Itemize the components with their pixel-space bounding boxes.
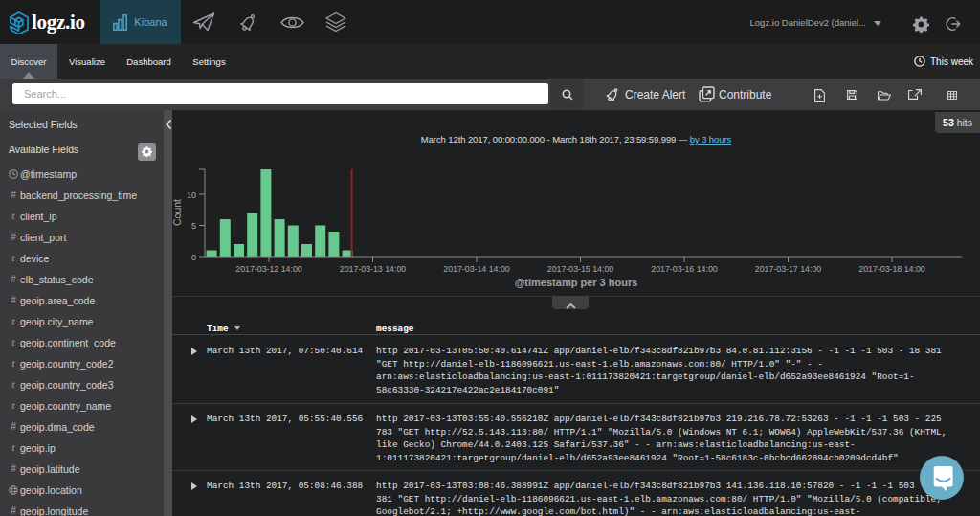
svg-text:2017-03-14 14:00: 2017-03-14 14:00 [443,264,510,274]
svg-text:2017-03-15 14:00: 2017-03-15 14:00 [547,264,614,274]
svg-text:5: 5 [191,221,196,231]
svg-text:10: 10 [187,191,196,200]
svg-text:2017-03-13 14:00: 2017-03-13 14:00 [340,264,407,274]
svg-text:0: 0 [191,253,196,262]
svg-text:2017-03-18 14:00: 2017-03-18 14:00 [858,264,925,274]
svg-text:2017-03-16 14:00: 2017-03-16 14:00 [651,264,718,274]
svg-text:Count: Count [172,199,183,226]
svg-text:2017-03-12 14:00: 2017-03-12 14:00 [235,264,302,274]
svg-text:2017-03-17 14:00: 2017-03-17 14:00 [755,264,822,274]
